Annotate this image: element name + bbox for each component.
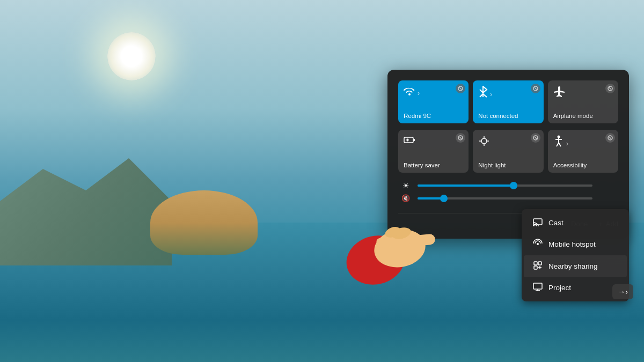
accessibility-pin [605, 133, 615, 143]
accessibility-arrow: › [566, 140, 568, 147]
nearby-label: Nearby sharing [548, 262, 598, 270]
bluetooth-toggle[interactable]: › Not connected [473, 80, 543, 123]
cast-menu-item[interactable]: Cast [524, 212, 627, 233]
svg-rect-15 [413, 139, 415, 141]
nightlight-toggle[interactable]: Night light [473, 130, 543, 173]
airplane-icon [553, 86, 613, 100]
airplane-toggle[interactable]: Airplane mode [548, 80, 618, 123]
brightness-icon: ☀ [398, 181, 413, 190]
airplane-label: Airplane mode [553, 109, 613, 119]
svg-line-28 [557, 143, 559, 146]
volume-icon: 🔇 [398, 194, 413, 202]
svg-line-17 [535, 137, 537, 139]
toggle-row-2: Battery saver Night light › Accessib [398, 130, 618, 173]
project-menu-item[interactable]: Project [524, 277, 627, 298]
svg-line-11 [609, 87, 611, 90]
nightlight-pin [531, 133, 540, 143]
cast-icon [532, 218, 543, 228]
bluetooth-icon [478, 86, 488, 100]
wifi-pin [456, 84, 465, 93]
nightlight-icon [478, 135, 538, 150]
svg-rect-30 [533, 219, 542, 225]
reed-island [150, 190, 258, 255]
brightness-thumb[interactable] [510, 182, 517, 189]
bluetooth-arrow: › [490, 91, 492, 98]
svg-line-29 [559, 143, 561, 146]
battery-toggle[interactable]: Battery saver [398, 130, 469, 173]
svg-point-18 [481, 138, 487, 144]
accessibility-icon-row: › [553, 135, 613, 152]
accessibility-label: Accessibility [553, 159, 613, 168]
project-label: Project [548, 284, 571, 292]
expand-panel-button[interactable]: →› [612, 284, 633, 299]
sun [107, 32, 156, 80]
wifi-toggle[interactable]: › Redmi 9C [398, 80, 469, 123]
wifi-icon [404, 86, 415, 98]
hotspot-icon [532, 239, 543, 250]
brightness-track[interactable] [418, 184, 592, 187]
svg-point-31 [533, 225, 535, 226]
battery-icon [404, 135, 463, 147]
svg-line-13 [459, 137, 462, 139]
nearby-sharing-menu-item[interactable]: Nearby sharing [524, 255, 627, 277]
sliders-area: ☀ 🔇 [398, 177, 618, 209]
nearby-icon [532, 261, 543, 272]
svg-point-25 [557, 136, 560, 138]
bluetooth-pin [531, 84, 540, 93]
hand-cursor [343, 206, 440, 287]
volume-track[interactable] [418, 197, 592, 200]
accessibility-toggle[interactable]: › Accessibility [548, 130, 618, 173]
accessibility-icon [553, 135, 564, 150]
nightlight-label: Night light [478, 159, 538, 168]
wifi-arrow: › [418, 90, 420, 97]
svg-line-24 [609, 137, 611, 139]
bluetooth-icon-row: › [478, 86, 538, 102]
volume-row: 🔇 [398, 194, 618, 202]
svg-rect-33 [538, 262, 541, 265]
volume-thumb[interactable] [440, 195, 448, 202]
wifi-icon-row: › [404, 86, 463, 100]
brightness-fill [418, 184, 514, 187]
project-icon [532, 283, 543, 293]
svg-rect-32 [534, 262, 537, 265]
brightness-row: ☀ [398, 181, 618, 190]
hotspot-menu-item[interactable]: Mobile hotspot [524, 233, 627, 255]
wifi-label: Redmi 9C [404, 109, 463, 119]
hotspot-label: Mobile hotspot [548, 240, 596, 248]
bluetooth-label: Not connected [478, 109, 538, 119]
svg-line-7 [459, 87, 462, 90]
svg-rect-35 [533, 283, 542, 289]
svg-line-9 [535, 87, 537, 90]
airplane-pin [605, 84, 615, 93]
battery-pin [456, 133, 465, 143]
battery-label: Battery saver [404, 159, 463, 168]
toggle-row-1: › Redmi 9C › Not connected [398, 80, 618, 123]
svg-rect-34 [534, 266, 537, 269]
cast-label: Cast [548, 219, 564, 227]
